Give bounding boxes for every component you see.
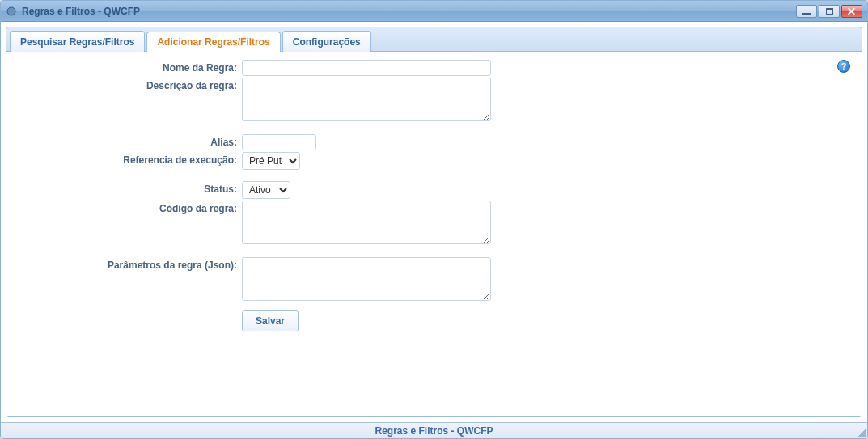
add-rule-form: Nome da Regra: Descrição da regra: A: [19, 60, 849, 331]
help-glyph: ?: [841, 61, 847, 71]
alias-label: Alias:: [19, 134, 242, 150]
window-frame: Regras e Filtros - QWCFP Pesquisar Regra…: [0, 0, 868, 439]
codigo-label: Código da regra:: [19, 201, 242, 217]
ref-exec-select[interactable]: Pré Put: [242, 152, 300, 170]
tab-configuracoes[interactable]: Configurações: [282, 31, 371, 52]
app-icon: [6, 6, 17, 17]
tab-label: Adicionar Regras/Filtros: [157, 36, 269, 48]
params-label: Parâmetros da regra (Json):: [19, 257, 242, 273]
alias-input[interactable]: [242, 134, 316, 150]
statusbar-text: Regras e Filtros - QWCFP: [375, 425, 493, 437]
nome-label: Nome da Regra:: [19, 60, 242, 76]
tab-pesquisar[interactable]: Pesquisar Regras/Filtros: [10, 31, 145, 52]
maximize-icon: [826, 8, 833, 15]
resize-grip-icon[interactable]: [856, 427, 866, 437]
window-title: Regras e Filtros - QWCFP: [22, 6, 140, 17]
descricao-label: Descrição da regra:: [19, 78, 242, 94]
tab-adicionar[interactable]: Adicionar Regras/Filtros: [146, 32, 280, 53]
tabstrip: Pesquisar Regras/Filtros Adicionar Regra…: [6, 27, 862, 52]
help-icon[interactable]: ?: [837, 60, 850, 73]
statusbar: Regras e Filtros - QWCFP: [1, 422, 867, 438]
maximize-button[interactable]: [819, 5, 840, 18]
client-area: Pesquisar Regras/Filtros Adicionar Regra…: [1, 22, 867, 422]
salvar-button[interactable]: Salvar: [242, 310, 299, 331]
minimize-button[interactable]: [796, 5, 817, 18]
params-textarea[interactable]: [242, 257, 491, 301]
minimize-icon: [802, 13, 811, 15]
descricao-textarea[interactable]: [242, 78, 491, 121]
tab-body: ? Nome da Regra: Descrição da regra:: [6, 52, 862, 416]
titlebar[interactable]: Regras e Filtros - QWCFP: [1, 1, 867, 22]
status-select[interactable]: Ativo: [242, 181, 290, 199]
ref-exec-label: Referencia de execução:: [19, 152, 242, 168]
status-label: Status:: [19, 181, 242, 197]
nome-input[interactable]: [242, 60, 491, 76]
tab-label: Pesquisar Regras/Filtros: [20, 36, 134, 48]
main-panel: Pesquisar Regras/Filtros Adicionar Regra…: [6, 27, 862, 417]
tab-label: Configurações: [293, 36, 361, 48]
close-button[interactable]: [841, 5, 862, 18]
svg-point-0: [7, 7, 15, 15]
codigo-textarea[interactable]: [242, 201, 491, 244]
